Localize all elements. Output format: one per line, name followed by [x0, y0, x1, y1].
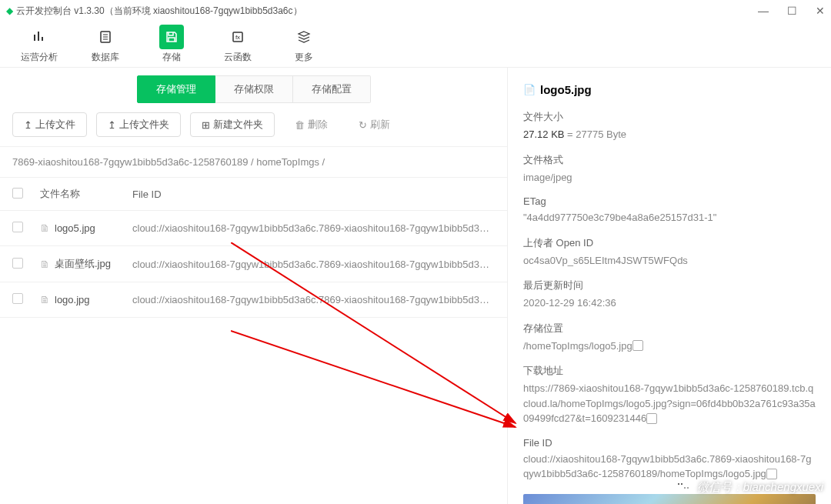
function-icon: fx	[225, 25, 250, 49]
svg-point-9	[682, 485, 690, 492]
copy-icon[interactable]	[648, 415, 657, 424]
wechat-icon	[674, 478, 692, 496]
row-checkbox[interactable]	[12, 222, 23, 232]
label-uploader: 上传者 Open ID	[523, 236, 816, 250]
row-filename: 桌面壁纸.jpg	[55, 257, 111, 271]
column-filename: 文件名称	[40, 187, 132, 201]
file-icon: 🗎	[40, 294, 50, 305]
toolbar-more[interactable]: 更多	[277, 25, 331, 64]
row-filename: logo.jpg	[55, 294, 90, 305]
detail-panel: 📄 logo5.jpg 文件大小 27.12 KB = 27775 Byte 文…	[508, 68, 831, 504]
label-size: 文件大小	[523, 110, 816, 124]
svg-point-13	[687, 487, 689, 489]
upload-icon: ↥	[108, 119, 116, 131]
watermark-text: 微信号：bianchengxuexi	[697, 480, 823, 495]
minimize-button[interactable]: —	[758, 5, 769, 17]
toolbar-analytics[interactable]: 运营分析	[12, 25, 66, 64]
toolbar-storage[interactable]: 存储	[145, 25, 199, 64]
chart-icon	[27, 25, 52, 49]
label-etag: ETag	[523, 195, 816, 207]
value-size-byte: = 27775 Byte	[565, 129, 627, 140]
file-icon: 🗎	[40, 222, 50, 234]
detail-title: 📄 logo5.jpg	[523, 83, 816, 96]
value-etag: "4a4dd977750e3c79be4a8a6e25157d31-1"	[523, 210, 816, 225]
upload-file-button[interactable]: ↥上传文件	[12, 112, 87, 137]
svg-point-12	[684, 487, 686, 489]
value-format: image/jpeg	[523, 170, 816, 185]
app-icon: ◆	[6, 5, 13, 16]
select-all-checkbox[interactable]	[12, 188, 23, 199]
toolbar-label: 运营分析	[21, 51, 58, 64]
trash-icon: 🗑	[295, 119, 305, 131]
stack-icon	[292, 25, 316, 49]
breadcrumb[interactable]: 7869-xiaoshitou168-7gqyw1bibb5d3a6c-1258…	[0, 146, 507, 178]
svg-point-10	[678, 483, 679, 485]
svg-point-11	[681, 483, 682, 485]
row-checkbox[interactable]	[12, 293, 23, 304]
row-filename: logo5.jpg	[55, 222, 95, 234]
refresh-button[interactable]: ↻刷新	[348, 113, 401, 136]
list-icon	[93, 25, 118, 49]
save-icon	[159, 25, 184, 49]
svg-text:fx: fx	[235, 34, 240, 41]
table-row[interactable]: 🗎logo.jpg cloud://xiaoshitou168-7gqyw1bi…	[0, 282, 507, 318]
value-download: https://7869-xiaoshitou168-7gqyw1bibb5d3…	[523, 382, 816, 424]
table-row[interactable]: 🗎logo5.jpg cloud://xiaoshitou168-7gqyw1b…	[0, 211, 507, 246]
action-bar: ↥上传文件 ↥上传文件夹 ⊞新建文件夹 🗑删除 ↻刷新	[0, 103, 507, 146]
label-fileid: File ID	[523, 437, 816, 449]
upload-folder-button[interactable]: ↥上传文件夹	[96, 112, 181, 137]
table-header: 文件名称 File ID	[0, 178, 507, 211]
row-fileid: cloud://xiaoshitou168-7gqyw1bibb5d3a6c.7…	[132, 222, 495, 234]
tab-manage[interactable]: 存储管理	[137, 75, 215, 103]
toolbar-label: 数据库	[92, 51, 119, 64]
table-row[interactable]: 🗎桌面壁纸.jpg cloud://xiaoshitou168-7gqyw1bi…	[0, 246, 507, 282]
refresh-icon: ↻	[359, 119, 367, 131]
main-toolbar: 运营分析 数据库 存储 fx 云函数 更多	[0, 22, 831, 68]
row-checkbox[interactable]	[12, 258, 23, 269]
detail-filename: logo5.jpg	[540, 83, 592, 96]
row-fileid: cloud://xiaoshitou168-7gqyw1bibb5d3a6c.7…	[132, 294, 495, 305]
column-fileid: File ID	[132, 189, 495, 200]
file-browser: 存储管理 存储权限 存储配置 ↥上传文件 ↥上传文件夹 ⊞新建文件夹 🗑删除 ↻…	[0, 68, 508, 504]
toolbar-label: 更多	[295, 51, 313, 64]
toolbar-functions[interactable]: fx 云函数	[211, 25, 265, 64]
new-folder-button[interactable]: ⊞新建文件夹	[190, 112, 275, 137]
close-button[interactable]: ✕	[816, 5, 825, 17]
tab-config[interactable]: 存储配置	[293, 75, 371, 103]
toolbar-database[interactable]: 数据库	[78, 25, 132, 64]
titlebar: ◆ 云开发控制台 v1.3.30（当前环境 xiaoshitou168-7gqy…	[0, 0, 831, 22]
file-icon: 🗎	[40, 259, 50, 270]
label-path: 存储位置	[523, 322, 816, 335]
row-fileid: cloud://xiaoshitou168-7gqyw1bibb5d3a6c.7…	[132, 259, 495, 270]
tab-permission[interactable]: 存储权限	[215, 75, 293, 103]
value-size-kb: 27.12 KB	[523, 129, 565, 140]
toolbar-label: 云函数	[224, 51, 252, 64]
file-icon: 📄	[523, 84, 536, 95]
watermark: 微信号：bianchengxuexi	[674, 478, 823, 496]
window-title: 云开发控制台 v1.3.30（当前环境 xiaoshitou168-7gqyw1…	[16, 5, 302, 18]
toolbar-label: 存储	[162, 51, 181, 64]
value-updated: 2020-12-29 16:42:36	[523, 295, 816, 311]
delete-button[interactable]: 🗑删除	[284, 113, 339, 136]
folder-plus-icon: ⊞	[202, 119, 210, 131]
label-download: 下载地址	[523, 364, 816, 378]
upload-icon: ↥	[24, 119, 32, 131]
label-format: 文件格式	[523, 153, 816, 167]
maximize-button[interactable]: ☐	[787, 5, 797, 17]
label-updated: 最后更新时间	[523, 279, 816, 292]
value-uploader: oc4sa0Vp_s65LEItm4JSWT5WFQds	[523, 253, 816, 269]
storage-tabs: 存储管理 存储权限 存储配置	[0, 75, 507, 103]
copy-icon[interactable]	[634, 342, 643, 351]
value-path: /homeTopImgs/logo5.jpg	[523, 340, 632, 352]
